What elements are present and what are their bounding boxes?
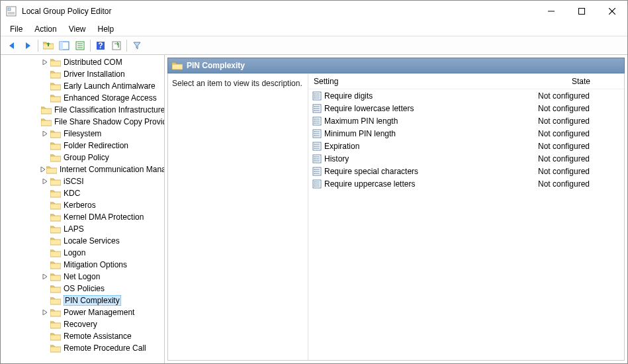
help-button[interactable]: ?: [93, 38, 108, 53]
back-button[interactable]: [5, 38, 19, 53]
window: { "window": { "title": "Local Group Poli…: [0, 0, 628, 364]
chevron-right-icon[interactable]: [40, 129, 50, 138]
setting-cell: Require lowercase letters: [308, 104, 538, 113]
tree-item[interactable]: Filesystem: [1, 128, 164, 140]
toolbar-separator: [90, 40, 91, 52]
maximize-button[interactable]: [566, 1, 597, 22]
tree-item[interactable]: iSCSI: [1, 175, 164, 187]
tree-item[interactable]: LAPS: [1, 223, 164, 235]
tree-item[interactable]: File Classification Infrastructure: [1, 104, 164, 116]
show-hide-tree-button[interactable]: [57, 38, 71, 53]
folder-icon: [50, 189, 61, 198]
chevron-right-icon[interactable]: [40, 165, 46, 174]
tree-item-label: LAPS: [64, 224, 84, 234]
refresh-button[interactable]: [109, 38, 124, 53]
expander-placeholder: [40, 153, 50, 162]
svg-text:?: ?: [98, 41, 103, 50]
tree-item[interactable]: Net Logon: [1, 271, 164, 283]
tree-item[interactable]: Early Launch Antimalware: [1, 80, 164, 92]
details-header-title: PIN Complexity: [187, 61, 245, 70]
setting-state: Not configured: [538, 167, 624, 176]
tree-item[interactable]: Folder Redirection: [1, 140, 164, 152]
folder-icon: [50, 248, 61, 257]
forward-button[interactable]: [21, 38, 35, 53]
tree-item[interactable]: KDC: [1, 187, 164, 199]
tree-item[interactable]: OS Policies: [1, 283, 164, 295]
tree-item[interactable]: Group Policy: [1, 152, 164, 163]
folder-icon: [50, 343, 61, 353]
column-header-state[interactable]: State: [538, 73, 624, 89]
tree-item-label: File Share Shadow Copy Provider: [54, 117, 165, 126]
description-text: Select an item to view its description.: [172, 79, 302, 88]
tree-item-label: Distributed COM: [64, 58, 122, 67]
minimize-button[interactable]: [536, 1, 566, 22]
setting-cell: Maximum PIN length: [308, 116, 538, 126]
tree-item[interactable]: Remote Procedure Call: [1, 342, 164, 354]
setting-state: Not configured: [538, 104, 624, 113]
right-pane: PIN Complexity Select an item to view it…: [165, 55, 627, 363]
expander-placeholder: [40, 141, 50, 150]
tree-item[interactable]: Recovery: [1, 318, 164, 330]
expander-placeholder: [40, 260, 50, 269]
tree-item[interactable]: Driver Installation: [1, 68, 164, 80]
settings-row[interactable]: Require lowercase lettersNot configured: [308, 102, 624, 114]
close-button[interactable]: [597, 1, 627, 22]
chevron-right-icon[interactable]: [40, 308, 50, 317]
tree-item[interactable]: Locale Services: [1, 235, 164, 247]
settings-row[interactable]: Maximum PIN lengthNot configured: [308, 114, 624, 127]
details-header: PIN Complexity: [167, 58, 625, 73]
tree-item[interactable]: Enhanced Storage Access: [1, 92, 164, 104]
menu-help[interactable]: Help: [93, 23, 120, 35]
folder-icon: [50, 93, 61, 103]
menu-view[interactable]: View: [64, 23, 91, 35]
tree-item[interactable]: Remote Assistance: [1, 330, 164, 342]
expander-placeholder: [40, 224, 50, 234]
toolbar: ?: [1, 36, 627, 55]
properties-button[interactable]: [73, 38, 87, 53]
tree-item[interactable]: Logon: [1, 247, 164, 259]
list-rows: Require digitsNot configuredRequire lowe…: [308, 89, 624, 360]
settings-row[interactable]: Require special charactersNot configured: [308, 165, 624, 177]
settings-row[interactable]: Require digitsNot configured: [308, 89, 624, 102]
expander-placeholder: [40, 284, 50, 293]
tree-item-label: Filesystem: [64, 129, 101, 138]
svg-rect-16: [60, 42, 63, 50]
tree-item[interactable]: PIN Complexity: [1, 295, 164, 306]
tree-item[interactable]: Kernel DMA Protection: [1, 211, 164, 223]
tree-item[interactable]: Distributed COM: [1, 56, 164, 68]
chevron-right-icon[interactable]: [40, 272, 50, 281]
tree-item[interactable]: File Share Shadow Copy Provider: [1, 116, 164, 128]
folder-icon: [50, 308, 61, 317]
setting-state: Not configured: [538, 91, 624, 101]
setting-name: Require uppercase letters: [324, 179, 415, 189]
list-header: Setting State: [308, 73, 624, 89]
filter-button[interactable]: [130, 38, 144, 53]
folder-icon: [50, 177, 61, 186]
column-header-setting[interactable]: Setting: [308, 73, 538, 89]
settings-row[interactable]: ExpirationNot configured: [308, 140, 624, 152]
folder-icon: [41, 117, 52, 126]
up-button[interactable]: [41, 38, 56, 53]
setting-cell: Require special characters: [308, 167, 538, 176]
setting-state: Not configured: [538, 179, 624, 189]
policy-icon: [312, 154, 322, 163]
settings-row[interactable]: Require uppercase lettersNot configured: [308, 177, 624, 190]
chevron-right-icon[interactable]: [40, 177, 50, 186]
settings-row[interactable]: Minimum PIN lengthNot configured: [308, 127, 624, 140]
tree-item-label: Locale Services: [64, 236, 120, 246]
chevron-right-icon[interactable]: [40, 58, 50, 67]
settings-row[interactable]: HistoryNot configured: [308, 152, 624, 165]
policy-icon: [312, 167, 322, 176]
window-controls: [536, 1, 627, 22]
menu-file[interactable]: File: [5, 23, 28, 35]
tree-item[interactable]: Internet Communication Management: [1, 163, 164, 175]
tree-pane[interactable]: Distributed COMDriver InstallationEarly …: [1, 55, 165, 363]
tree-item[interactable]: Mitigation Options: [1, 259, 164, 271]
folder-icon: [50, 129, 61, 138]
tree-item[interactable]: Power Management: [1, 306, 164, 318]
tree-item-label: Kernel DMA Protection: [64, 212, 144, 222]
tree-item[interactable]: Kerberos: [1, 199, 164, 211]
policy-icon: [312, 104, 322, 113]
folder-icon: [50, 296, 61, 305]
menu-action[interactable]: Action: [29, 23, 62, 35]
